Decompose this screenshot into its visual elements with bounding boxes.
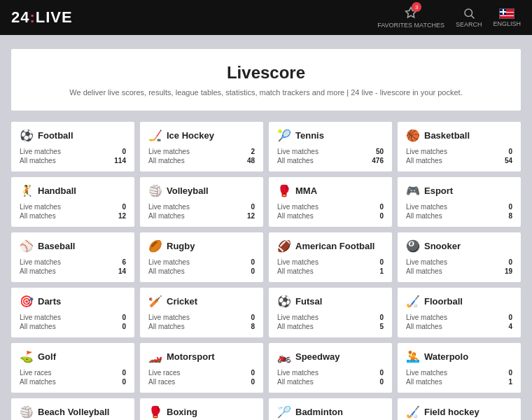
all-label: All matches [406, 323, 442, 330]
live-value: 0 [379, 203, 384, 211]
live-label: Live matches [148, 258, 190, 266]
sport-name: Motorsport [167, 351, 215, 362]
sport-card[interactable]: 🏒 Ice Hockey Live matches 2 All matches … [140, 122, 263, 172]
all-stat-row: All matches 1 [277, 267, 384, 275]
sport-card[interactable]: 🏑 Field hockey Live matches 0 All matche… [398, 398, 521, 420]
sport-card[interactable]: 🏸 Badminton Live matches 2 All matches 5… [269, 398, 392, 420]
sport-name: Ice Hockey [167, 130, 214, 141]
sport-card[interactable]: ⚾ Baseball Live matches 6 All matches 14 [11, 232, 134, 282]
all-stat-row: All matches 0 [277, 378, 384, 386]
sport-card[interactable]: 🏎️ Motorsport Live races 0 All races 0 [140, 343, 263, 393]
sport-title: 🎮 Esport [406, 184, 512, 197]
live-stat-row: Live matches 0 [148, 258, 255, 266]
header: 24:LIVE 3 FAVORITES MATCHES SEARCH [0, 0, 532, 35]
live-label: Live matches [20, 314, 61, 321]
live-stat-row: Live matches 0 [406, 369, 512, 377]
sport-card[interactable]: 🏐 Volleyball Live matches 0 All matches … [140, 177, 263, 227]
live-value: 0 [379, 314, 384, 321]
all-value: 5 [379, 323, 384, 330]
all-label: All matches [148, 323, 185, 330]
all-value: 1 [379, 267, 384, 275]
logo[interactable]: 24:LIVE [11, 8, 73, 27]
sport-card[interactable]: 🏈 American Football Live matches 0 All m… [269, 232, 392, 282]
live-stat-row: Live matches 0 [148, 314, 255, 321]
sport-card[interactable]: 🤽 Waterpolo Live matches 0 All matches 1 [398, 343, 521, 393]
sport-card[interactable]: 🏍️ Speedway Live matches 0 All matches 0 [269, 343, 392, 393]
all-value: 0 [379, 212, 384, 220]
sports-grid: ⚽ Football Live matches 0 All matches 11… [11, 122, 521, 420]
all-stat-row: All matches 0 [20, 378, 126, 386]
sport-stats: Live matches 0 All matches 1 [406, 369, 512, 386]
sport-title: ⚾ Baseball [20, 239, 126, 253]
all-label: All matches [20, 267, 56, 275]
sport-icon: 🏐 [148, 184, 162, 197]
all-label: All matches [148, 157, 185, 164]
live-stat-row: Live matches 0 [277, 258, 384, 266]
sport-card[interactable]: 🏉 Rugby Live matches 0 All matches 0 [140, 232, 263, 282]
sport-title: ⚽ Football [20, 129, 126, 142]
sport-card[interactable]: 🏑 Floorball Live matches 0 All matches 4 [398, 288, 521, 337]
sport-stats: Live matches 0 All matches 0 [20, 314, 126, 330]
sport-title: 🤽 Waterpolo [406, 350, 512, 363]
sport-card[interactable]: 🥊 MMA Live matches 0 All matches 0 [269, 177, 392, 227]
all-stat-row: All matches 5 [277, 323, 384, 330]
live-value: 0 [508, 258, 512, 266]
sport-card[interactable]: 🏏 Cricket Live matches 0 All matches 8 [140, 288, 263, 337]
sport-title: ⛳ Golf [20, 350, 126, 363]
live-stat-row: Live matches 0 [277, 369, 384, 377]
sport-icon: 🏐 [20, 405, 34, 419]
sport-name: Darts [38, 296, 61, 307]
live-label: Live matches [20, 258, 61, 266]
sport-card[interactable]: ⚽ Football Live matches 0 All matches 11… [11, 122, 134, 172]
live-stat-row: Live matches 0 [277, 203, 384, 211]
all-stat-row: All matches 4 [406, 323, 512, 330]
live-value: 0 [251, 203, 255, 211]
sport-card[interactable]: 🥊 Boxing Live matches 0 All matches 0 [140, 398, 263, 420]
sport-card[interactable]: 🎮 Esport Live matches 0 All matches 8 [398, 177, 521, 227]
live-label: Live matches [406, 258, 447, 266]
sport-stats: Live matches 0 All matches 12 [20, 203, 126, 220]
sport-title: 🎱 Snooker [406, 239, 512, 253]
all-label: All matches [406, 378, 442, 386]
all-value: 476 [372, 157, 384, 164]
all-stat-row: All matches 12 [148, 212, 255, 220]
all-label: All matches [277, 157, 314, 164]
sport-name: Cricket [167, 296, 197, 307]
live-value: 0 [122, 369, 126, 377]
sport-icon: ⛳ [20, 350, 34, 363]
hero-subtitle: We deliver live scores, results, league … [25, 88, 507, 97]
live-label: Live matches [277, 314, 318, 321]
live-value: 0 [379, 369, 384, 377]
favorites-badge: 3 [412, 2, 421, 12]
sport-icon: 🤽 [406, 350, 420, 363]
sport-card[interactable]: 🤾 Handball Live matches 0 All matches 12 [11, 177, 134, 227]
all-stat-row: All matches 0 [277, 212, 384, 220]
sport-icon: 🎮 [406, 184, 420, 197]
search-nav[interactable]: SEARCH [456, 7, 482, 28]
sport-icon: 🎱 [406, 239, 420, 253]
sport-card[interactable]: 🏐 Beach Volleyball Live matches 0 All ma… [11, 398, 134, 420]
sport-card[interactable]: ⚽ Futsal Live matches 0 All matches 5 [269, 288, 392, 337]
live-label: Live matches [277, 258, 318, 266]
live-value: 6 [122, 258, 126, 266]
hero-section: Livescore We deliver live scores, result… [11, 49, 521, 111]
sport-title: 🏍️ Speedway [277, 350, 384, 363]
sport-card[interactable]: 🎱 Snooker Live matches 0 All matches 19 [398, 232, 521, 282]
live-label: Live matches [277, 148, 318, 155]
sport-card[interactable]: 🎯 Darts Live matches 0 All matches 0 [11, 288, 134, 337]
all-stat-row: All matches 8 [148, 323, 255, 330]
sport-card[interactable]: 🏀 Basketball Live matches 0 All matches … [398, 122, 521, 172]
all-value: 12 [247, 212, 255, 220]
sport-title: 🏐 Beach Volleyball [20, 405, 126, 419]
sport-title: 🥊 MMA [277, 184, 384, 197]
all-stat-row: All matches 14 [20, 267, 126, 275]
all-value: 114 [114, 157, 126, 164]
live-stat-row: Live matches 6 [20, 258, 126, 266]
live-label: Live matches [148, 203, 190, 211]
sport-icon: ⚾ [20, 239, 34, 253]
language-nav[interactable]: ENGLISH [493, 8, 521, 27]
favorites-nav[interactable]: 3 FAVORITES MATCHES [377, 6, 444, 29]
sport-card[interactable]: ⛳ Golf Live races 0 All matches 0 [11, 343, 134, 393]
live-label: Live matches [148, 314, 190, 321]
sport-card[interactable]: 🎾 Tennis Live matches 50 All matches 476 [269, 122, 392, 172]
